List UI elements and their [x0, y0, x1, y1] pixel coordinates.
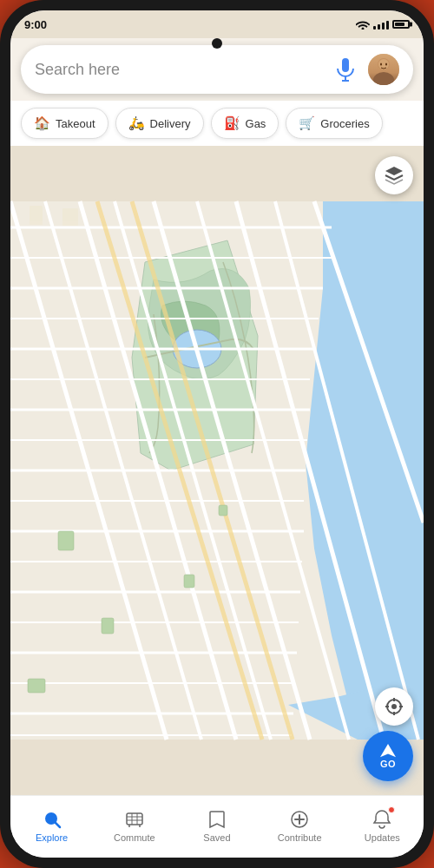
svg-point-58: [49, 816, 54, 821]
updates-nav-label: Updates: [365, 832, 400, 843]
filter-takeout[interactable]: 🏠 Takeout: [21, 108, 108, 139]
microphone-icon: [336, 57, 355, 82]
contribute-nav-label: Contribute: [278, 832, 322, 843]
gas-icon: ⛽: [224, 115, 240, 131]
explore-nav-icon: [41, 808, 63, 831]
wifi-icon: [356, 19, 370, 30]
status-bar: 9:00: [10, 10, 424, 38]
svg-point-7: [385, 63, 387, 66]
filter-delivery[interactable]: 🛵 Delivery: [115, 108, 204, 139]
explore-nav-label: Explore: [36, 832, 68, 843]
navigation-arrow-icon: [378, 743, 398, 759]
commute-nav-icon: [123, 808, 146, 831]
groceries-label: Groceries: [320, 117, 369, 130]
nav-explore[interactable]: Explore: [26, 808, 78, 843]
go-button[interactable]: GO: [363, 731, 413, 781]
battery-icon: [392, 20, 410, 29]
svg-line-59: [56, 823, 60, 827]
camera-notch: [212, 38, 222, 49]
saved-nav-icon: [206, 808, 228, 831]
groceries-icon: 🛒: [299, 115, 315, 131]
contribute-nav-icon: [288, 808, 311, 831]
commute-nav-label: Commute: [114, 832, 155, 843]
svg-marker-55: [380, 744, 396, 757]
bottom-navigation: Explore Commute: [10, 795, 424, 858]
svg-rect-47: [30, 206, 43, 225]
filter-groceries[interactable]: 🛒 Groceries: [286, 108, 382, 139]
filter-gas[interactable]: ⛽ Gas: [211, 108, 279, 139]
svg-rect-60: [127, 813, 142, 825]
map-layers-button[interactable]: [375, 156, 413, 194]
saved-nav-label: Saved: [203, 832, 230, 843]
updates-nav-icon: [371, 808, 393, 831]
filter-pills: 🏠 Takeout 🛵 Delivery ⛽ Gas 🛒 Groceries: [10, 101, 424, 146]
my-location-button[interactable]: [375, 687, 413, 726]
svg-rect-45: [184, 575, 194, 588]
svg-rect-48: [62, 208, 78, 226]
status-time: 9:00: [24, 18, 47, 31]
microphone-button[interactable]: [333, 57, 358, 82]
map-svg: [10, 146, 424, 795]
location-target-icon: [384, 696, 404, 717]
layers-icon: [384, 165, 404, 186]
delivery-label: Delivery: [150, 117, 191, 130]
takeout-icon: 🏠: [34, 115, 50, 131]
search-bar[interactable]: Search here: [21, 45, 413, 94]
avatar-icon: [368, 54, 399, 85]
status-icons: [356, 19, 410, 30]
notification-dot: [388, 806, 395, 813]
signal-icon: [373, 19, 389, 30]
gas-label: Gas: [246, 117, 266, 130]
phone-frame: 9:00: [0, 0, 434, 868]
nav-updates[interactable]: Updates: [356, 808, 408, 843]
svg-rect-42: [58, 531, 74, 550]
svg-point-5: [378, 59, 389, 69]
svg-rect-43: [102, 618, 114, 634]
takeout-label: Takeout: [56, 117, 95, 130]
map-view[interactable]: GO: [10, 146, 424, 795]
go-button-label: GO: [380, 759, 396, 769]
user-avatar-button[interactable]: [368, 54, 399, 85]
svg-rect-44: [28, 679, 45, 693]
nav-contribute[interactable]: Contribute: [273, 808, 326, 843]
svg-point-50: [391, 704, 397, 709]
svg-rect-46: [219, 505, 227, 516]
nav-commute[interactable]: Commute: [108, 808, 161, 843]
svg-rect-0: [342, 58, 349, 72]
nav-saved[interactable]: Saved: [191, 808, 243, 843]
phone-screen: 9:00: [10, 10, 424, 858]
delivery-icon: 🛵: [128, 115, 145, 131]
search-placeholder: Search here: [35, 61, 323, 79]
svg-point-4: [373, 72, 394, 85]
svg-point-6: [380, 63, 382, 66]
